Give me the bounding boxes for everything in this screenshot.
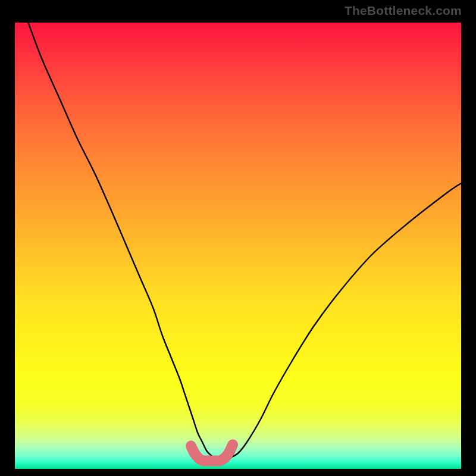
watermark-text: TheBottleneck.com xyxy=(345,4,462,18)
plot-area xyxy=(15,23,461,469)
optimal-highlight xyxy=(191,445,233,461)
chart-stage: TheBottleneck.com xyxy=(0,0,476,476)
bottleneck-curve-path xyxy=(29,23,462,460)
curve-svg xyxy=(15,23,461,469)
